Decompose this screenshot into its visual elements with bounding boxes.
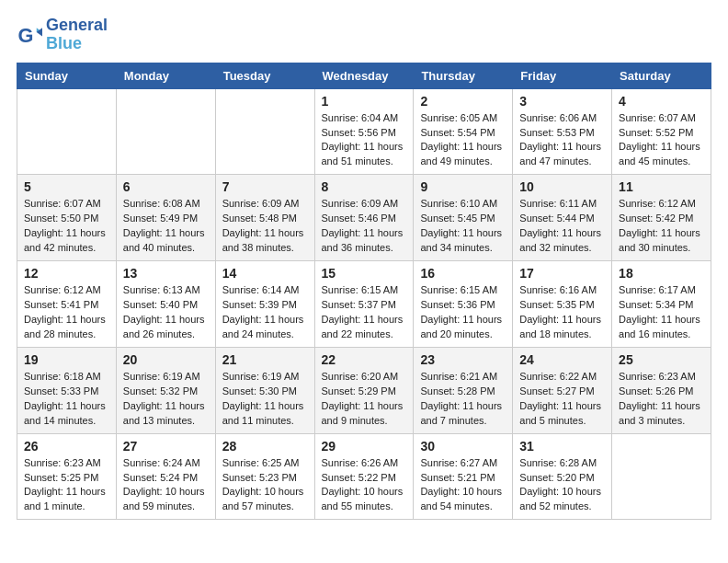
calendar-day-cell: 31Sunrise: 6:28 AM Sunset: 5:20 PM Dayli…: [513, 433, 612, 520]
weekday-header: Wednesday: [314, 63, 414, 88]
day-info: Sunrise: 6:23 AM Sunset: 5:25 PM Dayligh…: [24, 456, 109, 515]
day-info: Sunrise: 6:15 AM Sunset: 5:36 PM Dayligh…: [420, 283, 506, 342]
day-number: 24: [519, 352, 605, 367]
day-info: Sunrise: 6:07 AM Sunset: 5:50 PM Dayligh…: [24, 197, 109, 256]
day-info: Sunrise: 6:13 AM Sunset: 5:40 PM Dayligh…: [123, 283, 209, 342]
calendar-day-cell: 4Sunrise: 6:07 AM Sunset: 5:52 PM Daylig…: [612, 88, 711, 175]
calendar-day-cell: 3Sunrise: 6:06 AM Sunset: 5:53 PM Daylig…: [513, 88, 612, 175]
calendar-day-cell: [215, 88, 314, 175]
day-number: 12: [24, 266, 109, 281]
calendar-week-row: 12Sunrise: 6:12 AM Sunset: 5:41 PM Dayli…: [17, 261, 711, 348]
weekday-header: Tuesday: [215, 63, 314, 88]
day-info: Sunrise: 6:19 AM Sunset: 5:32 PM Dayligh…: [123, 370, 209, 429]
calendar-day-cell: 29Sunrise: 6:26 AM Sunset: 5:22 PM Dayli…: [314, 433, 414, 520]
day-info: Sunrise: 6:16 AM Sunset: 5:35 PM Dayligh…: [519, 283, 605, 342]
calendar-week-row: 1Sunrise: 6:04 AM Sunset: 5:56 PM Daylig…: [17, 88, 711, 175]
calendar-day-cell: 1Sunrise: 6:04 AM Sunset: 5:56 PM Daylig…: [314, 88, 414, 175]
calendar-day-cell: 8Sunrise: 6:09 AM Sunset: 5:46 PM Daylig…: [314, 175, 414, 261]
weekday-header: Monday: [116, 63, 215, 88]
calendar-day-cell: 16Sunrise: 6:15 AM Sunset: 5:36 PM Dayli…: [414, 261, 513, 348]
day-number: 28: [222, 439, 308, 454]
calendar-day-cell: 10Sunrise: 6:11 AM Sunset: 5:44 PM Dayli…: [513, 175, 612, 261]
calendar-day-cell: 15Sunrise: 6:15 AM Sunset: 5:37 PM Dayli…: [314, 261, 414, 348]
calendar-day-cell: 20Sunrise: 6:19 AM Sunset: 5:32 PM Dayli…: [116, 347, 215, 433]
calendar-day-cell: 26Sunrise: 6:23 AM Sunset: 5:25 PM Dayli…: [17, 433, 117, 520]
logo: G General Blue: [17, 17, 108, 53]
day-info: Sunrise: 6:26 AM Sunset: 5:22 PM Dayligh…: [322, 456, 407, 515]
calendar-week-row: 5Sunrise: 6:07 AM Sunset: 5:50 PM Daylig…: [17, 175, 711, 261]
calendar-day-cell: 5Sunrise: 6:07 AM Sunset: 5:50 PM Daylig…: [17, 175, 117, 261]
calendar-week-row: 26Sunrise: 6:23 AM Sunset: 5:25 PM Dayli…: [17, 433, 711, 520]
day-info: Sunrise: 6:17 AM Sunset: 5:34 PM Dayligh…: [619, 283, 704, 342]
day-number: 3: [519, 94, 605, 109]
calendar-day-cell: 11Sunrise: 6:12 AM Sunset: 5:42 PM Dayli…: [612, 175, 711, 261]
day-number: 20: [123, 352, 209, 367]
day-info: Sunrise: 6:09 AM Sunset: 5:48 PM Dayligh…: [222, 197, 308, 256]
page-header: G General Blue: [17, 17, 711, 53]
day-number: 10: [519, 179, 605, 194]
day-number: 15: [322, 266, 407, 281]
calendar-day-cell: 18Sunrise: 6:17 AM Sunset: 5:34 PM Dayli…: [612, 261, 711, 348]
day-number: 6: [123, 179, 209, 194]
day-number: 29: [322, 439, 407, 454]
calendar-day-cell: 24Sunrise: 6:22 AM Sunset: 5:27 PM Dayli…: [513, 347, 612, 433]
day-info: Sunrise: 6:12 AM Sunset: 5:42 PM Dayligh…: [619, 197, 704, 256]
calendar-day-cell: 22Sunrise: 6:20 AM Sunset: 5:29 PM Dayli…: [314, 347, 414, 433]
calendar-day-cell: 9Sunrise: 6:10 AM Sunset: 5:45 PM Daylig…: [414, 175, 513, 261]
day-number: 30: [420, 439, 506, 454]
day-info: Sunrise: 6:08 AM Sunset: 5:49 PM Dayligh…: [123, 197, 209, 256]
day-info: Sunrise: 6:10 AM Sunset: 5:45 PM Dayligh…: [420, 197, 506, 256]
day-info: Sunrise: 6:15 AM Sunset: 5:37 PM Dayligh…: [322, 283, 407, 342]
calendar-day-cell: [612, 433, 711, 520]
weekday-header: Friday: [513, 63, 612, 88]
svg-text:G: G: [18, 24, 34, 47]
day-info: Sunrise: 6:25 AM Sunset: 5:23 PM Dayligh…: [222, 456, 308, 515]
day-number: 19: [24, 352, 109, 367]
day-info: Sunrise: 6:24 AM Sunset: 5:24 PM Dayligh…: [123, 456, 209, 515]
day-number: 23: [420, 352, 506, 367]
day-number: 17: [519, 266, 605, 281]
calendar-week-row: 19Sunrise: 6:18 AM Sunset: 5:33 PM Dayli…: [17, 347, 711, 433]
logo-blue: Blue: [46, 35, 108, 53]
calendar-day-cell: 13Sunrise: 6:13 AM Sunset: 5:40 PM Dayli…: [116, 261, 215, 348]
day-number: 16: [420, 266, 506, 281]
calendar-day-cell: 19Sunrise: 6:18 AM Sunset: 5:33 PM Dayli…: [17, 347, 117, 433]
calendar-day-cell: 17Sunrise: 6:16 AM Sunset: 5:35 PM Dayli…: [513, 261, 612, 348]
day-info: Sunrise: 6:06 AM Sunset: 5:53 PM Dayligh…: [519, 111, 605, 170]
calendar-day-cell: 23Sunrise: 6:21 AM Sunset: 5:28 PM Dayli…: [414, 347, 513, 433]
day-info: Sunrise: 6:20 AM Sunset: 5:29 PM Dayligh…: [322, 370, 407, 429]
calendar-day-cell: 21Sunrise: 6:19 AM Sunset: 5:30 PM Dayli…: [215, 347, 314, 433]
calendar-day-cell: 12Sunrise: 6:12 AM Sunset: 5:41 PM Dayli…: [17, 261, 117, 348]
day-info: Sunrise: 6:05 AM Sunset: 5:54 PM Dayligh…: [420, 111, 506, 170]
day-info: Sunrise: 6:14 AM Sunset: 5:39 PM Dayligh…: [222, 283, 308, 342]
calendar-header-row: SundayMondayTuesdayWednesdayThursdayFrid…: [17, 63, 711, 88]
day-info: Sunrise: 6:28 AM Sunset: 5:20 PM Dayligh…: [519, 456, 605, 515]
calendar-day-cell: 28Sunrise: 6:25 AM Sunset: 5:23 PM Dayli…: [215, 433, 314, 520]
day-info: Sunrise: 6:19 AM Sunset: 5:30 PM Dayligh…: [222, 370, 308, 429]
day-number: 2: [420, 94, 506, 109]
day-number: 18: [619, 266, 704, 281]
logo-general: General: [46, 17, 108, 35]
day-number: 5: [24, 179, 109, 194]
calendar-day-cell: 27Sunrise: 6:24 AM Sunset: 5:24 PM Dayli…: [116, 433, 215, 520]
calendar-day-cell: [17, 88, 117, 175]
day-number: 8: [322, 179, 407, 194]
day-info: Sunrise: 6:12 AM Sunset: 5:41 PM Dayligh…: [24, 283, 109, 342]
day-number: 27: [123, 439, 209, 454]
logo-icon: G: [17, 22, 42, 48]
day-number: 7: [222, 179, 308, 194]
day-number: 13: [123, 266, 209, 281]
day-info: Sunrise: 6:27 AM Sunset: 5:21 PM Dayligh…: [420, 456, 506, 515]
calendar-day-cell: 7Sunrise: 6:09 AM Sunset: 5:48 PM Daylig…: [215, 175, 314, 261]
calendar-day-cell: [116, 88, 215, 175]
day-number: 31: [519, 439, 605, 454]
calendar-day-cell: 2Sunrise: 6:05 AM Sunset: 5:54 PM Daylig…: [414, 88, 513, 175]
day-number: 1: [322, 94, 407, 109]
calendar-day-cell: 14Sunrise: 6:14 AM Sunset: 5:39 PM Dayli…: [215, 261, 314, 348]
day-number: 14: [222, 266, 308, 281]
day-number: 21: [222, 352, 308, 367]
day-info: Sunrise: 6:11 AM Sunset: 5:44 PM Dayligh…: [519, 197, 605, 256]
day-number: 4: [619, 94, 704, 109]
day-number: 26: [24, 439, 109, 454]
day-number: 25: [619, 352, 704, 367]
